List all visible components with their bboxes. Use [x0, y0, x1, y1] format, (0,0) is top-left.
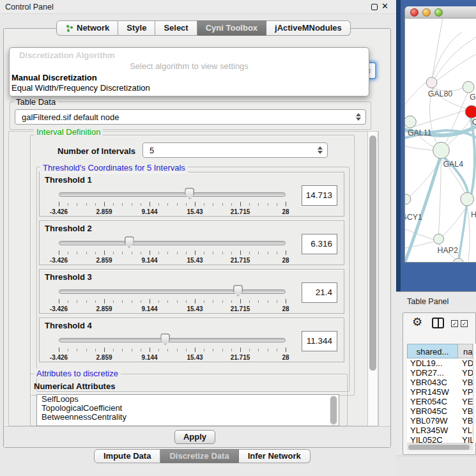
slider-minor-ticks	[59, 300, 286, 303]
zoom-traffic-light-icon[interactable]	[434, 8, 443, 17]
slider-track[interactable]	[59, 192, 286, 197]
scrollbar-thumb[interactable]	[408, 445, 470, 450]
network-view-window: GAL80 GA C GAL11 GAL4 GCY1 H HAP2	[404, 6, 476, 263]
checkbox-icon[interactable]: ✓	[461, 320, 468, 327]
column-header-shared-name[interactable]: shared...	[407, 344, 458, 358]
scrollbar-thumb[interactable]	[369, 135, 376, 371]
column-header-name[interactable]: na	[458, 344, 473, 358]
settings-scrollbar[interactable]	[367, 131, 378, 426]
tab-style[interactable]: Style	[118, 20, 155, 36]
list-item[interactable]: BetweennessCentrality	[37, 413, 339, 422]
bottom-node	[453, 258, 464, 262]
list-item[interactable]: TopologicalCoefficient	[37, 404, 339, 413]
minimize-traffic-light-icon[interactable]	[422, 8, 431, 17]
selected-red-node	[465, 105, 476, 118]
numerical-attributes-list[interactable]: SelfLoops TopologicalCoefficient Between…	[36, 394, 339, 426]
dropdown-option-manual-discretization[interactable]: Manual Discretization	[12, 73, 97, 82]
close-traffic-light-icon[interactable]	[410, 8, 418, 17]
slider-handle[interactable]	[160, 334, 170, 345]
top-tab-bar: Network Style Select Cyni Toolbox jActiv…	[56, 20, 351, 36]
slider-handle[interactable]	[233, 285, 243, 296]
slider-minor-ticks	[59, 203, 286, 206]
thresholds-group-label: Threshold's Coordinates for 5 Intervals	[40, 163, 188, 173]
control-panel-titlebar: Control Panel ✕	[0, 0, 396, 14]
table-rows[interactable]: YDL19...YDL1 YDR27...YDR2 YBR043CYBR0 YP…	[407, 358, 473, 443]
slider-track[interactable]	[59, 289, 286, 294]
table-row[interactable]: YDL19...YDL1	[407, 358, 473, 368]
threshold-4-value-field[interactable]: 11.344	[302, 331, 337, 351]
threshold-2-slider[interactable]: -3.4262.8599.14415.4321.71528	[59, 236, 286, 265]
table-row[interactable]: YER054CYER0	[407, 397, 473, 406]
num-intervals-label: Number of Intervals	[58, 146, 135, 156]
slider-handle[interactable]	[185, 188, 194, 199]
table-row[interactable]: YBR045CYBR0	[407, 406, 473, 416]
panel-title: Control Panel	[5, 3, 54, 12]
tab-label: Network	[77, 21, 109, 35]
table-data-select[interactable]: galFiltered.sif default node	[15, 109, 366, 125]
threshold-2-value-field[interactable]: 6.316	[302, 234, 337, 254]
num-intervals-select[interactable]: 5	[142, 142, 328, 158]
table-row[interactable]: YLR345WYLR3	[407, 426, 473, 435]
threshold-1-value-field[interactable]: 14.713	[302, 185, 337, 206]
threshold-1-label: Threshold 1	[45, 175, 92, 185]
table-row[interactable]: YBR043CYBR0	[407, 378, 473, 387]
table-data-group-label: Table Data	[13, 97, 58, 107]
gear-icon[interactable]: ⚙	[412, 315, 422, 328]
list-scrollbar[interactable]	[330, 395, 337, 426]
network-graph: GAL80 GA C GAL11 GAL4 GCY1 H HAP2	[405, 19, 476, 262]
slider-track[interactable]	[59, 241, 286, 245]
threshold-2-label: Threshold 2	[45, 224, 92, 233]
threshold-3-slider[interactable]: -3.4262.8599.14415.4321.71528	[59, 285, 286, 313]
tab-impute-data[interactable]: Impute Data	[94, 449, 160, 463]
desktop-edge	[396, 0, 401, 291]
threshold-3-value-field[interactable]: 21.4	[302, 282, 337, 303]
slider-minor-ticks	[59, 252, 286, 254]
threshold-1-slider[interactable]: -3.4262.8599.14415.4321.71528	[59, 188, 286, 216]
checkbox-icon[interactable]: ✓	[451, 320, 458, 327]
chevron-up-down-icon	[318, 146, 323, 154]
list-item[interactable]: SelfLoops	[37, 395, 339, 404]
apply-button[interactable]: Apply	[174, 430, 215, 444]
node-label: H	[471, 210, 476, 219]
table-panel-body: ⚙ ✓ ✓ shared... na YDL19...YDL1 YDR27...…	[403, 312, 476, 455]
node-label: GAL80	[428, 89, 453, 98]
float-window-icon[interactable]	[371, 4, 378, 10]
algorithm-prompt: Select algorithm to view settings	[10, 61, 369, 71]
node-label: GA	[470, 93, 476, 102]
slider-track[interactable]	[59, 338, 286, 342]
slider-minor-ticks	[59, 349, 286, 351]
gcy1-node	[405, 194, 411, 204]
node-label: GAL11	[408, 128, 432, 137]
threshold-4-slider[interactable]: -3.4262.8599.14415.4321.71528	[59, 334, 286, 362]
dropdown-option-equal-width[interactable]: Equal Width/Frequency Discretization	[12, 83, 150, 93]
network-canvas[interactable]: GAL80 GA C GAL11 GAL4 GCY1 H HAP2	[405, 19, 476, 262]
top-right-node	[463, 81, 474, 93]
tab-label: jActiveMNodules	[275, 21, 342, 35]
network-window-titlebar[interactable]	[405, 6, 476, 19]
tab-jactivemnodules[interactable]: jActiveMNodules	[266, 20, 351, 36]
network-icon	[65, 24, 73, 33]
tab-cyni-toolbox[interactable]: Cyni Toolbox	[197, 20, 266, 36]
scrollbar-thumb[interactable]	[330, 396, 337, 424]
right-mid-node	[461, 192, 474, 206]
tab-select[interactable]: Select	[155, 20, 197, 36]
threshold-4-label: Threshold 4	[45, 321, 92, 330]
gal80-node	[426, 77, 437, 88]
threshold-1-panel: Threshold 1 -3.4262.8599.14415.4321.7152…	[39, 172, 344, 217]
close-icon[interactable]: ✕	[381, 1, 388, 11]
threshold-3-label: Threshold 3	[45, 272, 92, 282]
split-columns-icon[interactable]	[432, 318, 444, 328]
table-horizontal-scrollbar[interactable]	[407, 443, 473, 450]
table-vertical-scrollbar[interactable]	[473, 344, 476, 443]
tab-infer-network[interactable]: Infer Network	[239, 449, 311, 463]
table-row[interactable]: YPR145WYPR1	[407, 387, 473, 397]
table-row[interactable]: YIL052CYIL0	[407, 435, 473, 443]
screen: Control Panel ✕ Network Style Select Cyn…	[0, 0, 476, 476]
slider-handle[interactable]	[125, 236, 134, 248]
threshold-2-panel: Threshold 2 -3.4262.8599.14415.4321.7152…	[39, 220, 344, 265]
table-row[interactable]: YDR27...YDR2	[407, 368, 473, 378]
table-row[interactable]: YBL079WYBL0	[407, 416, 473, 426]
algorithm-dropdown-popup: Discretization Algorithm Select algorith…	[9, 47, 369, 96]
tab-discretize-data[interactable]: Discretize Data	[160, 449, 238, 463]
tab-network[interactable]: Network	[56, 20, 118, 36]
